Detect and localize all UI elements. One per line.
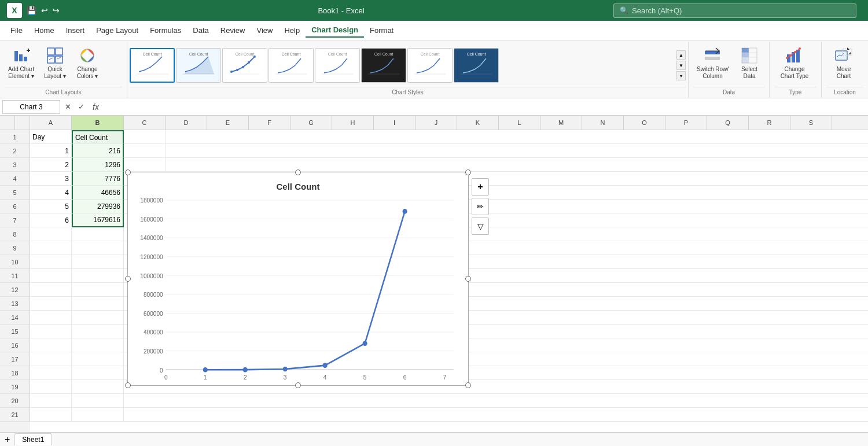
menu-item-formulas[interactable]: Formulas (144, 24, 187, 37)
cell-A1[interactable]: Day (30, 130, 72, 144)
chart-style-7[interactable]: Cell Count (407, 48, 453, 83)
row-header-12[interactable]: 12 (0, 283, 30, 297)
col-header-D[interactable]: D (165, 116, 207, 130)
col-header-S[interactable]: S (790, 116, 832, 130)
menu-item-file[interactable]: File (5, 24, 28, 37)
row-header-15[interactable]: 15 (0, 325, 30, 338)
chart-overlay[interactable]: Cell Count 1800000 1600000 1400000 12000… (127, 172, 469, 386)
row-header-1[interactable]: 1 (0, 130, 30, 144)
name-box[interactable]: Chart 3 (2, 100, 60, 114)
row-header-7[interactable]: 7 (0, 213, 30, 227)
col-header-B[interactable]: B (72, 116, 124, 130)
col-header-J[interactable]: J (415, 116, 457, 130)
menu-item-home[interactable]: Home (28, 24, 60, 37)
col-header-Q[interactable]: Q (707, 116, 749, 130)
redo-icon[interactable]: ↪ (53, 6, 60, 15)
chart-handle-tr[interactable] (465, 169, 471, 175)
chart-styles-scroll-expand[interactable]: ▾ (676, 71, 686, 80)
chart-handle-tl[interactable] (125, 169, 131, 175)
cell-B4[interactable]: 7776 (72, 172, 124, 186)
chart-handle-bl[interactable] (125, 382, 131, 388)
search-input[interactable] (632, 6, 850, 15)
formula-confirm-button[interactable]: ✓ (76, 101, 87, 112)
cell-B5[interactable]: 46656 (72, 186, 124, 200)
col-header-N[interactable]: N (582, 116, 624, 130)
cell-B3[interactable]: 1296 (72, 158, 124, 172)
row-header-10[interactable]: 10 (0, 255, 30, 269)
row-header-3[interactable]: 3 (0, 158, 30, 172)
col-header-A[interactable]: A (30, 116, 72, 130)
menu-item-help[interactable]: Help (278, 24, 306, 37)
formula-input[interactable] (102, 103, 866, 111)
chart-handle-mr[interactable] (465, 276, 471, 282)
cell-A7[interactable]: 6 (30, 213, 72, 227)
row-header-16[interactable]: 16 (0, 338, 30, 352)
col-header-G[interactable]: G (290, 116, 332, 130)
undo-icon[interactable]: ↩ (41, 6, 48, 15)
col-header-H[interactable]: H (332, 116, 374, 130)
chart-style-1[interactable]: Cell Count (130, 48, 175, 83)
row-header-4[interactable]: 4 (0, 172, 30, 186)
menu-item-chart-design[interactable]: Chart Design (306, 23, 364, 38)
chart-style-2[interactable]: Cell Count (176, 48, 221, 83)
chart-style-5[interactable]: Cell Count (315, 48, 360, 83)
row-header-11[interactable]: 11 (0, 269, 30, 283)
chart-handle-bc[interactable] (295, 382, 301, 388)
chart-handle-tc[interactable] (295, 169, 301, 175)
cell-C1[interactable] (124, 130, 165, 144)
add-sheet-button[interactable]: + (2, 434, 12, 445)
change-chart-type-button[interactable]: ChangeChart Type (774, 44, 815, 82)
save-icon[interactable]: 💾 (27, 6, 36, 15)
cell-A3[interactable]: 2 (30, 158, 72, 172)
cell-B2[interactable]: 216 (72, 144, 124, 158)
cell-B6[interactable]: 279936 (72, 200, 124, 213)
row-header-21[interactable]: 21 (0, 408, 30, 422)
col-header-K[interactable]: K (457, 116, 499, 130)
menu-item-format[interactable]: Format (364, 24, 399, 37)
row-header-5[interactable]: 5 (0, 186, 30, 200)
row-header-20[interactable]: 20 (0, 394, 30, 408)
chart-style-3[interactable]: Cell Count (222, 48, 267, 83)
quick-layout-button[interactable]: QuickLayout ▾ (40, 44, 70, 82)
row-header-6[interactable]: 6 (0, 200, 30, 213)
chart-style-8[interactable]: Cell Count (454, 48, 499, 83)
cell-B1[interactable]: Cell Count (72, 130, 124, 144)
col-header-C[interactable]: C (124, 116, 165, 130)
add-chart-element-button[interactable]: Add ChartElement ▾ (5, 44, 38, 82)
menu-item-insert[interactable]: Insert (60, 24, 91, 37)
cell-A2[interactable]: 1 (30, 144, 72, 158)
cell-A4[interactable]: 3 (30, 172, 72, 186)
cell-A5[interactable]: 4 (30, 186, 72, 200)
cell-A6[interactable]: 5 (30, 200, 72, 213)
chart-style-6[interactable]: Cell Count (361, 48, 406, 83)
sheet-tab-1[interactable]: Sheet1 (14, 433, 52, 445)
cell-B7[interactable]: 1679616 (72, 213, 124, 227)
row-header-9[interactable]: 9 (0, 241, 30, 255)
move-chart-button[interactable]: MoveChart (826, 44, 861, 82)
row-header-18[interactable]: 18 (0, 366, 30, 380)
col-header-R[interactable]: R (749, 116, 790, 130)
col-header-E[interactable]: E (207, 116, 249, 130)
chart-style-4[interactable]: Cell Count (269, 48, 314, 83)
chart-styles-scroll-up[interactable]: ▲ (676, 50, 686, 60)
menu-item-view[interactable]: View (251, 24, 278, 37)
select-data-button[interactable]: SelectData (734, 44, 764, 82)
chart-elements-button[interactable]: + (472, 178, 489, 196)
col-header-F[interactable]: F (249, 116, 290, 130)
cell-C2[interactable] (124, 144, 165, 158)
menu-item-review[interactable]: Review (215, 24, 251, 37)
chart-handle-ml[interactable] (125, 276, 131, 282)
chart-filters-button[interactable]: ▽ (472, 218, 489, 235)
row-header-14[interactable]: 14 (0, 311, 30, 325)
col-header-I[interactable]: I (374, 116, 415, 130)
col-header-L[interactable]: L (499, 116, 540, 130)
change-colors-button[interactable]: ChangeColors ▾ (72, 44, 102, 82)
col-header-O[interactable]: O (624, 116, 665, 130)
row-header-2[interactable]: 2 (0, 144, 30, 158)
row-header-8[interactable]: 8 (0, 227, 30, 241)
row-header-19[interactable]: 19 (0, 380, 30, 394)
chart-styles-scroll-down[interactable]: ▼ (676, 61, 686, 70)
col-header-M[interactable]: M (540, 116, 582, 130)
chart-handle-br[interactable] (465, 382, 471, 388)
formula-cancel-button[interactable]: ✕ (62, 101, 73, 112)
